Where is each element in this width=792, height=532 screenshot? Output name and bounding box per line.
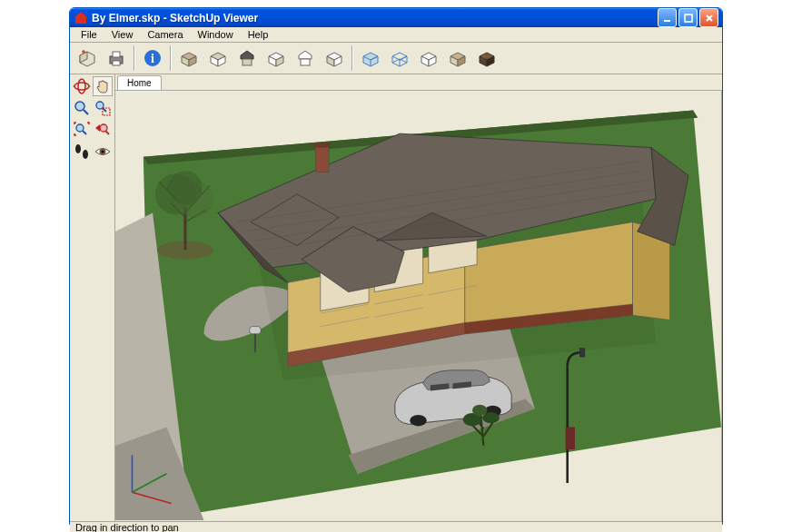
style-textured-button[interactable]	[473, 44, 500, 72]
viewport-container: Home	[115, 74, 722, 521]
view-iso-button[interactable]	[175, 44, 203, 72]
previous-view-tool[interactable]	[94, 120, 114, 140]
view-left-button[interactable]	[321, 44, 348, 72]
style-shaded-button[interactable]	[444, 44, 471, 72]
walk-tool[interactable]	[72, 142, 92, 162]
scene-render	[115, 91, 721, 521]
app-icon	[74, 11, 88, 25]
minimize-button[interactable]	[658, 8, 677, 27]
svg-point-11	[74, 83, 89, 90]
svg-marker-1	[74, 12, 87, 17]
svg-point-20	[76, 124, 84, 132]
open-button[interactable]	[74, 44, 101, 72]
svg-point-70	[168, 171, 202, 204]
svg-rect-9	[243, 59, 252, 65]
svg-line-16	[84, 110, 88, 114]
svg-point-25	[75, 144, 81, 153]
menu-camera[interactable]: Camera	[140, 27, 190, 42]
svg-rect-10	[301, 59, 310, 65]
svg-text:i: i	[151, 52, 154, 65]
zoom-extents-tool[interactable]	[72, 120, 92, 140]
svg-rect-62	[316, 146, 329, 172]
viewport-3d[interactable]	[115, 91, 722, 521]
toolbar-separator	[170, 45, 172, 71]
svg-point-28	[102, 151, 104, 153]
style-wireframe-button[interactable]	[386, 44, 413, 72]
pan-tool[interactable]	[93, 76, 113, 96]
scene-tab-home[interactable]: Home	[117, 75, 162, 90]
zoom-tool[interactable]	[72, 98, 92, 118]
view-back-button[interactable]	[292, 44, 319, 72]
svg-rect-63	[314, 143, 331, 147]
svg-point-64	[410, 415, 426, 426]
view-front-button[interactable]	[233, 44, 261, 72]
look-around-tool[interactable]	[94, 142, 114, 162]
view-top-button[interactable]	[204, 44, 232, 72]
window-controls	[658, 8, 718, 27]
maximize-button[interactable]	[678, 8, 698, 27]
svg-line-21	[83, 131, 86, 134]
window-title: By Elmer.skp - SketchUp Viewer	[92, 12, 658, 25]
toolbar-separator	[134, 45, 135, 71]
menubar: File View Camera Window Help	[70, 27, 722, 43]
svg-rect-3	[685, 15, 692, 22]
svg-marker-14	[89, 85, 91, 87]
style-hidden-button[interactable]	[415, 44, 442, 72]
svg-rect-76	[566, 427, 575, 449]
scene-tabs: Home	[115, 74, 722, 91]
svg-rect-6	[113, 61, 120, 65]
titlebar: By Elmer.skp - SketchUp Viewer	[70, 8, 722, 27]
info-button[interactable]: i	[139, 44, 166, 72]
close-button[interactable]	[699, 8, 718, 27]
content-area: Home	[70, 74, 722, 521]
status-hint: Drag in direction to pan	[75, 522, 179, 532]
style-xray-button[interactable]	[357, 44, 384, 72]
orbit-tool[interactable]	[72, 76, 91, 96]
toolbar-separator	[351, 45, 353, 71]
menu-file[interactable]: File	[74, 27, 104, 42]
menu-help[interactable]: Help	[241, 27, 276, 42]
svg-rect-0	[75, 17, 86, 24]
zoom-window-tool[interactable]	[94, 98, 114, 118]
svg-point-15	[75, 102, 84, 111]
toolbar: i	[70, 43, 722, 74]
svg-point-26	[83, 150, 88, 159]
tool-sidebar	[70, 74, 115, 521]
svg-rect-2	[664, 20, 670, 22]
svg-line-23	[105, 131, 109, 134]
svg-marker-13	[73, 85, 74, 87]
svg-rect-75	[579, 348, 585, 357]
menu-view[interactable]: View	[104, 27, 141, 42]
app-window: By Elmer.skp - SketchUp Viewer File View…	[69, 7, 723, 525]
menu-window[interactable]: Window	[191, 27, 241, 42]
svg-marker-24	[95, 124, 100, 132]
svg-point-73	[472, 405, 487, 416]
svg-rect-5	[113, 52, 120, 57]
print-button[interactable]	[103, 44, 130, 72]
svg-point-12	[78, 79, 85, 94]
statusbar: Drag in direction to pan	[70, 521, 722, 532]
svg-rect-78	[250, 327, 261, 334]
view-right-button[interactable]	[262, 44, 290, 72]
